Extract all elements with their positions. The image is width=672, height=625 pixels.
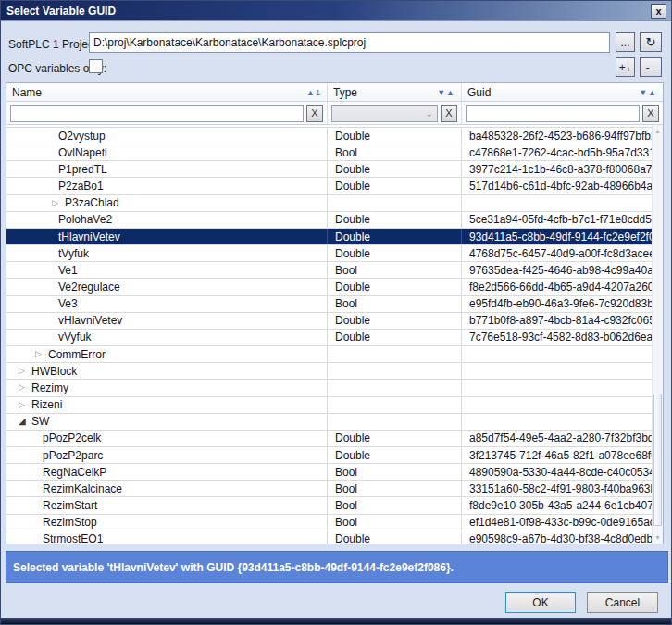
table-row[interactable]: RezimStopBoolef1d4e81-0f98-433c-b99c-0de… bbox=[6, 515, 652, 531]
table-row[interactable]: RezimStartBoolf8de9e10-305b-43a5-a244-6e… bbox=[6, 497, 652, 514]
cell-name: vVyfuk bbox=[6, 330, 328, 345]
expanded-expander-icon[interactable]: ◢ bbox=[19, 417, 31, 426]
cell-guid: 3977c214-1c1b-46c8-a378-f80068a71f0c bbox=[462, 161, 652, 177]
clear-name-filter-button[interactable]: X bbox=[306, 105, 323, 122]
grid-filter-row: X ⌄ X X bbox=[6, 102, 663, 125]
variable-name: StrmostEO1 bbox=[43, 532, 103, 544]
title-bar[interactable]: Select Variable GUID bbox=[1, 1, 671, 21]
column-header-type[interactable]: Type ▼▲ bbox=[328, 83, 462, 101]
variable-name: Ve2regulace bbox=[58, 281, 120, 294]
collapsed-expander-icon[interactable]: ▷ bbox=[19, 367, 31, 375]
cell-guid: 97635dea-f425-4646-ab98-4c99a40af87f bbox=[462, 262, 652, 278]
cell-guid bbox=[462, 195, 652, 211]
table-row[interactable]: pPozP2celkDoublea85d7f54-49e5-4aa2-a280-… bbox=[6, 431, 652, 447]
ok-button[interactable]: OK bbox=[505, 592, 576, 613]
table-row[interactable]: RegNaCelkPBool4890590a-5330-4a44-8cde-c4… bbox=[6, 464, 652, 481]
sort-asc-icon[interactable]: ▲1 bbox=[306, 88, 321, 97]
collapse-all-button[interactable]: -₋ bbox=[640, 57, 662, 77]
table-row[interactable]: ▷Rizeni bbox=[6, 397, 652, 414]
table-row[interactable]: Ve3Boole95fd4fb-eb90-46a3-9fe6-7c920d83b… bbox=[6, 296, 652, 313]
table-row[interactable]: PolohaVe2Double5ce31a94-05fd-4cfb-b7c1-f… bbox=[6, 212, 652, 229]
column-label: Guid bbox=[467, 86, 491, 99]
clear-guid-filter-button[interactable]: X bbox=[642, 105, 659, 122]
close-icon[interactable]: x bbox=[651, 4, 666, 19]
expand-all-button[interactable]: +₊ bbox=[616, 57, 635, 77]
cell-guid bbox=[462, 363, 652, 379]
cell-type: Bool bbox=[328, 262, 462, 278]
dialog-title: Select Variable GUID bbox=[6, 5, 116, 18]
clear-type-filter-button[interactable]: X bbox=[441, 105, 457, 122]
table-row[interactable]: vVyfukDouble7c76e518-93cf-4582-8d83-b062… bbox=[6, 330, 652, 346]
variable-name: OvlNapeti bbox=[58, 146, 107, 159]
table-row[interactable]: P1predTLDouble3977c214-1c1b-46c8-a378-f8… bbox=[6, 161, 652, 178]
table-row[interactable]: pPozP2parcDouble3f213745-712f-46a5-82f1-… bbox=[6, 447, 652, 464]
cell-type: Double bbox=[328, 128, 462, 144]
sort-both-icon[interactable]: ▼▲ bbox=[437, 88, 455, 97]
select-variable-guid-dialog: Select Variable GUID x SoftPLC 1 Project… bbox=[0, 0, 672, 625]
cell-name: pPozP2celk bbox=[6, 431, 328, 446]
table-row[interactable]: OvlNapetiBoolc47868e1-7262-4cac-bd5b-95a… bbox=[6, 144, 652, 161]
table-row[interactable]: ▷Rezimy bbox=[6, 380, 652, 396]
table-row[interactable]: ▷P3zaChlad bbox=[6, 195, 652, 212]
cell-type bbox=[328, 346, 462, 362]
cell-name: OvlNapeti bbox=[6, 144, 328, 160]
cell-guid: c47868e1-7262-4cac-bd5b-95a7d3316af6 bbox=[462, 144, 652, 160]
column-header-name[interactable]: Name ▲1 bbox=[6, 83, 328, 101]
cell-name: pPozP2parc bbox=[6, 447, 328, 463]
table-row[interactable]: tVyfukDouble4768d75c-6457-40d9-a00f-fc8d… bbox=[6, 245, 652, 262]
table-row[interactable]: P2zaBo1Double517d14b6-c61d-4bfc-92ab-489… bbox=[6, 178, 652, 194]
cell-type bbox=[328, 195, 462, 211]
cell-type: Double bbox=[328, 330, 462, 345]
type-filter-dropdown[interactable]: ⌄ bbox=[331, 105, 438, 122]
variable-name: RegNaCelkP bbox=[43, 466, 106, 479]
cell-guid: a85d7f54-49e5-4aa2-a280-7f32bf3bd4ed bbox=[462, 431, 652, 446]
table-row[interactable]: RezimKalcinaceBool33151a60-58c2-4f91-980… bbox=[6, 481, 652, 497]
table-row[interactable]: ▷HWBlock bbox=[6, 363, 652, 380]
variable-name: P3zaChlad bbox=[65, 196, 119, 209]
collapsed-expander-icon[interactable]: ▷ bbox=[19, 383, 31, 392]
table-row[interactable]: tHlavniVetevDouble93d411a5-c8bb-49df-914… bbox=[6, 229, 652, 245]
variable-name: P2zaBo1 bbox=[58, 180, 104, 193]
variable-name: tHlavniVetev bbox=[58, 231, 120, 244]
vertical-scrollbar[interactable]: ▲ ▼ bbox=[652, 125, 663, 544]
guid-filter-input[interactable] bbox=[466, 105, 640, 122]
opc-only-checkbox[interactable] bbox=[89, 59, 103, 73]
browse-button[interactable]: ... bbox=[616, 32, 635, 52]
scroll-down-icon[interactable]: ▼ bbox=[653, 531, 663, 544]
cell-name: RezimStart bbox=[6, 497, 328, 513]
column-header-guid[interactable]: Guid ▼▲ bbox=[462, 83, 663, 101]
grid-header: Name ▲1 Type ▼▲ Guid ▼▲ bbox=[6, 83, 663, 102]
table-row[interactable]: ◢SW bbox=[6, 414, 652, 431]
cell-name: ▷CommError bbox=[6, 346, 328, 362]
scroll-up-icon[interactable]: ▲ bbox=[653, 125, 663, 137]
project-file-input[interactable] bbox=[89, 32, 610, 53]
cell-guid bbox=[462, 380, 652, 395]
table-row[interactable]: O2vystupDoubleba485328-26f2-4523-b686-94… bbox=[6, 128, 652, 144]
table-row[interactable]: vHlavniVetevDoubleb771b0f8-a897-4bcb-81a… bbox=[6, 313, 652, 330]
cell-type: Double bbox=[328, 313, 462, 329]
table-row[interactable]: ▷CommError bbox=[6, 346, 652, 363]
cancel-button[interactable]: Cancel bbox=[587, 592, 658, 613]
name-filter-input[interactable] bbox=[10, 105, 304, 122]
variable-name: P1predTL bbox=[58, 163, 107, 176]
sort-both-icon[interactable]: ▼▲ bbox=[639, 88, 657, 97]
table-row[interactable]: Ve2regulaceDoublef8e2d566-66dd-4b65-a9d4… bbox=[6, 279, 652, 295]
grid-rows: O2vystupDoubleba485328-26f2-4523-b686-94… bbox=[6, 125, 652, 544]
cell-name: Ve3 bbox=[6, 296, 328, 312]
variable-name: RezimKalcinace bbox=[43, 482, 122, 495]
cell-type bbox=[328, 397, 462, 413]
refresh-icon[interactable]: ↻ bbox=[640, 32, 662, 52]
cell-type bbox=[328, 380, 462, 395]
variable-name: tVyfuk bbox=[58, 247, 89, 260]
variable-name: vHlavniVetev bbox=[58, 314, 122, 327]
cell-guid: ba485328-26f2-4523-b686-94ff97bfb2ff bbox=[462, 128, 652, 144]
collapsed-expander-icon[interactable]: ▷ bbox=[52, 199, 65, 207]
cell-name: PolohaVe2 bbox=[6, 212, 328, 228]
cell-type: Double bbox=[328, 212, 462, 228]
cell-name: P1predTL bbox=[6, 161, 328, 177]
collapsed-expander-icon[interactable]: ▷ bbox=[35, 350, 48, 358]
scrollbar-thumb[interactable] bbox=[653, 394, 662, 526]
table-row[interactable]: StrmostEO1Doublee90598c9-a67b-4d30-bf38-… bbox=[6, 531, 652, 544]
collapsed-expander-icon[interactable]: ▷ bbox=[19, 401, 31, 409]
table-row[interactable]: Ve1Bool97635dea-f425-4646-ab98-4c99a40af… bbox=[6, 262, 652, 279]
